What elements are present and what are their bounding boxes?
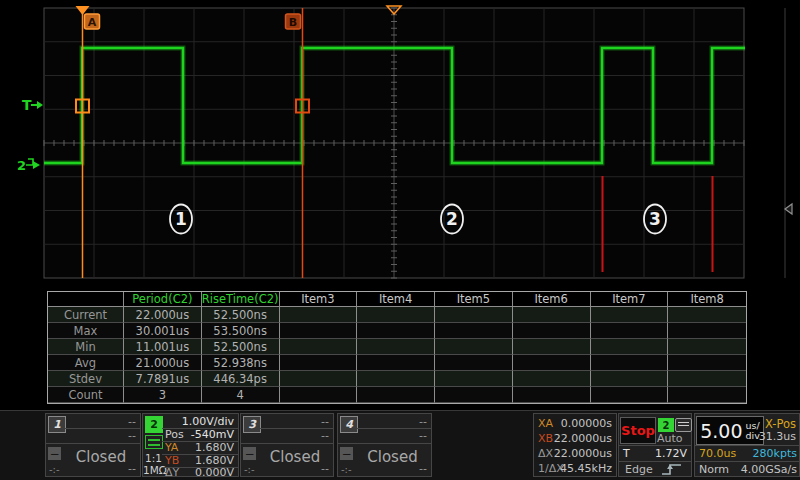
trigger-level-indicator[interactable]: T (22, 97, 32, 113)
channel-4-badge[interactable]: 4 (340, 416, 358, 433)
measurement-table: Period(C2)RiseTime(C2)Item3Item4Item5Ite… (47, 291, 747, 404)
acquisition-mode: Norm (699, 463, 729, 476)
sample-rate: 4.00GSa/s (741, 463, 797, 476)
cursor-readout-panel: XA 0.00000s XB 22.0000us ΔX 22.0000us 1/… (533, 413, 617, 477)
measurement-value-cell (591, 307, 669, 323)
timebase-scale: 5.00 (700, 420, 742, 442)
channel-2-marker-glyph (26, 159, 33, 165)
trigger-type[interactable]: Edge (625, 463, 653, 476)
channel-2-marker-arrow (33, 161, 40, 169)
cursor-xb-value: 22.0000us (554, 432, 612, 445)
measurement-value-cell (280, 323, 358, 339)
measurement-value-cell (513, 323, 591, 339)
measurement-column-header: Period(C2) (124, 292, 202, 307)
measurement-value-cell (591, 323, 669, 339)
measurement-value-cell (357, 355, 435, 371)
measurement-row-label: Stdev (48, 371, 124, 387)
cursor-xb-label: XB (538, 432, 553, 445)
measurement-row-label: Avg (48, 355, 124, 371)
stop-button[interactable]: Stop (620, 417, 656, 444)
measurement-value-cell (357, 339, 435, 355)
measurement-value-cell: 3 (124, 387, 202, 403)
channel-2-ya-value: 1.680V (195, 441, 234, 454)
measurement-value-cell: 30.001us (124, 323, 202, 339)
channel-2-dy-label: ΔY (165, 466, 179, 479)
channel-3-minus-button[interactable]: − (243, 447, 256, 460)
annotation-number: 1 (175, 209, 187, 229)
measurement-value-cell (435, 355, 513, 371)
xpos-value: 31.3us (759, 430, 796, 443)
channel-2-panel[interactable]: 2 1:1 1MΩ 1.00V/div Pos -540mV YA 1.680V… (142, 413, 239, 477)
xpos-label: X-Pos (765, 417, 796, 431)
measurement-column-header: Item6 (513, 292, 591, 307)
channel-3-panel[interactable]: 3 -- -- − Closed -:- -- (240, 413, 334, 477)
channel-1-top-value-2: -- (128, 429, 136, 442)
channel-1-state: Closed (64, 448, 138, 466)
display-icon[interactable] (675, 418, 692, 432)
measurement-value-cell (280, 307, 358, 323)
cursor-dx-value: 22.0000us (554, 447, 612, 460)
channel-2-dy-value: 0.000V (195, 466, 234, 479)
measurement-column-header: Item7 (591, 292, 669, 307)
channel-1-offset: -- (128, 462, 136, 475)
waveform-display[interactable]: ABT2123 (0, 0, 800, 285)
channel-4-minus-button[interactable]: − (340, 447, 353, 460)
measurement-value-cell (435, 387, 513, 403)
measurement-column-header: RiseTime(C2) (202, 292, 280, 307)
channel-1-badge[interactable]: 1 (48, 416, 66, 433)
channel-1-panel[interactable]: 1 -- -- − Closed -:- -- (45, 413, 141, 477)
measurement-value-cell (668, 371, 746, 387)
measurement-value-cell (357, 323, 435, 339)
channel-2-position-indicator[interactable]: 2 (17, 158, 26, 173)
measurement-value-cell (513, 307, 591, 323)
measurement-column-header: Item4 (357, 292, 435, 307)
channel-4-top-value-1: -- (419, 415, 427, 428)
measurement-value-cell: 53.500ns (202, 323, 280, 339)
measurement-value-cell (513, 355, 591, 371)
measurement-column-header: Item3 (280, 292, 358, 307)
channel-2-impedance: 1MΩ (143, 464, 167, 476)
channel-1-coupling: -:- (49, 464, 60, 475)
measurement-value-cell (668, 387, 746, 403)
measurement-value-cell (513, 387, 591, 403)
measurement-value-cell (513, 339, 591, 355)
trigger-level-arrow-head (37, 101, 43, 109)
channel-2-pos-value: -540mV (191, 428, 234, 441)
trigger-source-badge[interactable]: 2 (658, 418, 674, 432)
measurement-value-cell (280, 387, 358, 403)
cursor-a-label: A (88, 16, 97, 29)
measurement-value-cell (435, 323, 513, 339)
channel-3-offset: -- (321, 462, 329, 475)
measurement-value-cell (591, 355, 669, 371)
channel-3-badge[interactable]: 3 (243, 416, 261, 433)
channel-4-panel[interactable]: 4 -- -- − Closed -:- -- (337, 413, 432, 477)
measurement-value-cell (435, 339, 513, 355)
cursor-dx-label: ΔX (538, 447, 553, 460)
channel-2-badge[interactable]: 2 (145, 416, 163, 433)
trigger-level-value: 1.72V (655, 447, 687, 460)
measurement-value-cell: 52.938ns (202, 355, 280, 371)
measurement-value-cell (668, 339, 746, 355)
measurement-value-cell (668, 355, 746, 371)
timebase-scale-box[interactable]: 5.00 us/ div (696, 416, 764, 445)
cursor-xa-value: 0.00000s (561, 417, 612, 430)
channel-1-minus-button[interactable]: − (48, 447, 61, 460)
cursor-xa-label: XA (538, 417, 553, 430)
measurement-value-cell (668, 323, 746, 339)
trigger-t-label: T (623, 447, 630, 460)
measurement-value-cell (591, 387, 669, 403)
measurement-value-cell (357, 371, 435, 387)
channel-4-offset: -- (419, 462, 427, 475)
acquisition-window: 70.0us (699, 447, 736, 460)
measurement-corner-header (48, 292, 124, 307)
trigger-mode[interactable]: Auto (657, 432, 683, 445)
memory-depth: 280kpts (753, 447, 797, 460)
channel-4-coupling: -:- (341, 464, 352, 475)
measurement-value-cell: 446.34ps (202, 371, 280, 387)
measurement-value-cell (668, 307, 746, 323)
right-rail-marker[interactable] (785, 204, 792, 214)
measurement-value-cell (513, 371, 591, 387)
measurement-value-cell: 7.7891us (124, 371, 202, 387)
measurement-value-cell: 52.500ns (202, 307, 280, 323)
channel-2-probe-ratio: 1:1 (145, 452, 162, 464)
